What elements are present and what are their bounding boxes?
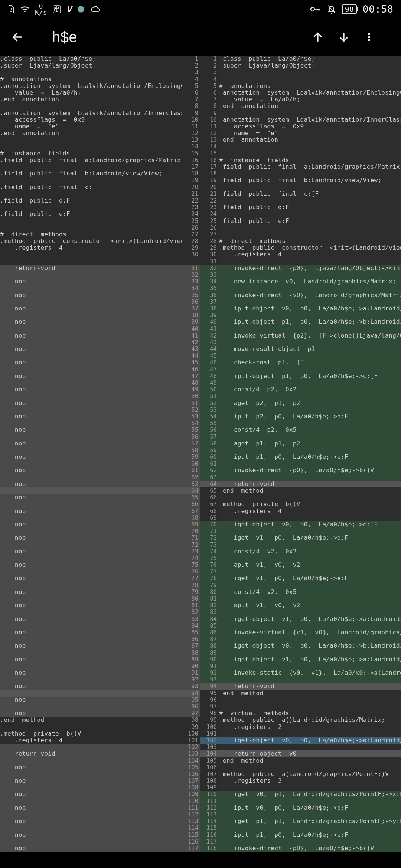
code-line[interactable]: # direct methods — [219, 238, 401, 244]
code-line[interactable]: iget-object v1, p0, La/a0/h$e;->a:Landro… — [219, 656, 401, 663]
code-line[interactable]: nop — [0, 481, 182, 487]
code-line[interactable]: .method public a(Landroid/graphics/Point… — [219, 771, 401, 777]
back-button[interactable] — [11, 31, 37, 43]
code-line[interactable]: .end method — [0, 717, 182, 723]
code-line[interactable]: nop — [0, 454, 182, 460]
code-line[interactable]: .field public e:F — [0, 211, 182, 217]
code-line[interactable] — [0, 177, 182, 184]
code-line[interactable] — [219, 143, 401, 150]
code-line[interactable]: .field public final b:Landroid/view/View… — [0, 170, 182, 177]
code-line[interactable] — [219, 460, 401, 467]
code-line[interactable]: nop — [0, 764, 182, 771]
code-line[interactable] — [219, 197, 401, 204]
code-line[interactable]: .method private b()V — [219, 501, 401, 507]
code-line[interactable]: iput-object p1, p0, La/a0/h$e;->b:Landro… — [219, 319, 401, 325]
code-line[interactable]: iput p1, p0, La/a0/h$e;->e:F — [219, 454, 401, 460]
code-line[interactable] — [219, 542, 401, 548]
code-line[interactable]: const/4 p2, 0x5 — [219, 427, 401, 433]
code-line[interactable]: .end annotation — [219, 103, 401, 109]
code-line[interactable]: nop — [0, 494, 182, 501]
code-line[interactable] — [219, 494, 401, 501]
code-line[interactable] — [0, 474, 182, 481]
code-line[interactable] — [0, 650, 182, 656]
code-line[interactable]: .registers 4 — [0, 737, 182, 744]
code-line[interactable]: return-void — [219, 481, 401, 487]
code-line[interactable] — [0, 434, 182, 440]
code-line[interactable] — [0, 420, 182, 427]
code-line[interactable]: .annotation system Ldalvik/annotation/In… — [219, 116, 401, 123]
code-line[interactable]: accessFlags = 0x9 — [0, 116, 182, 123]
code-line[interactable]: invoke-direct {p0}, Ljava/lang/Object;->… — [219, 265, 401, 272]
code-line[interactable] — [219, 150, 401, 157]
code-line[interactable]: name = "e" — [219, 130, 401, 137]
code-line[interactable]: nop — [0, 373, 182, 379]
code-line[interactable] — [219, 420, 401, 427]
code-line[interactable]: iget v1, p0, La/a0/h$e;->e:F — [219, 575, 401, 582]
code-line[interactable]: check-cast p1, [F — [219, 359, 401, 366]
code-line[interactable] — [0, 191, 182, 197]
code-line[interactable]: .annotation system Ldalvik/annotation/In… — [0, 110, 182, 116]
code-line[interactable]: .field public final b:Landroid/view/View… — [219, 177, 401, 184]
code-line[interactable]: # instance fields — [219, 157, 401, 164]
code-line[interactable]: .end annotation — [219, 137, 401, 143]
code-line[interactable] — [0, 724, 182, 730]
code-line[interactable]: nop — [0, 697, 182, 703]
code-line[interactable]: nop — [0, 562, 182, 568]
code-line[interactable]: nop — [0, 616, 182, 622]
code-line[interactable] — [219, 272, 401, 278]
code-line[interactable]: nop — [0, 305, 182, 312]
code-line[interactable]: nop — [0, 832, 182, 838]
code-line[interactable]: .field public d:F — [0, 197, 182, 204]
code-line[interactable] — [219, 798, 401, 805]
code-line[interactable] — [219, 339, 401, 346]
code-line[interactable]: iput p2, p0, La/a0/h$e;->d:F — [219, 413, 401, 420]
code-line[interactable]: nop — [0, 845, 182, 852]
code-line[interactable]: nop — [0, 386, 182, 393]
code-line[interactable]: # instance fields — [0, 150, 182, 157]
code-line[interactable] — [219, 474, 401, 481]
code-line[interactable]: nop — [0, 292, 182, 299]
code-line[interactable]: nop — [0, 589, 182, 595]
code-line[interactable]: .method public constructor <init>(Landro… — [0, 238, 182, 244]
code-line[interactable] — [0, 609, 182, 615]
overflow-menu-button[interactable] — [364, 31, 390, 43]
code-line[interactable]: .registers 4 — [219, 508, 401, 514]
code-line[interactable]: .super Ljava/lang/Object; — [219, 62, 401, 69]
code-line[interactable] — [0, 487, 182, 494]
code-line[interactable]: nop — [0, 548, 182, 555]
code-line[interactable]: nop — [0, 818, 182, 825]
code-line[interactable]: nop — [0, 508, 182, 514]
code-line[interactable] — [219, 555, 401, 562]
code-line[interactable]: nop — [0, 521, 182, 528]
code-line[interactable]: aget p2, p1, p2 — [219, 400, 401, 407]
code-line[interactable] — [219, 825, 401, 831]
left-pane[interactable]: .class public La/a0/h$e;.super Ljava/lan… — [0, 56, 182, 852]
code-line[interactable] — [0, 393, 182, 400]
code-line[interactable]: iget v1, p0, La/a0/h$e;->d:F — [219, 535, 401, 541]
code-line[interactable]: # direct methods — [0, 231, 182, 238]
code-line[interactable] — [219, 231, 401, 238]
code-line[interactable]: nop — [0, 319, 182, 325]
code-line[interactable]: invoke-virtual {p2}, [F->clone()Ljava/la… — [219, 332, 401, 339]
code-line[interactable] — [219, 811, 401, 818]
prev-diff-button[interactable] — [312, 31, 338, 43]
code-line[interactable]: aget p1, p1, p2 — [219, 440, 401, 447]
code-line[interactable] — [0, 636, 182, 642]
code-line[interactable]: nop — [0, 359, 182, 366]
code-line[interactable] — [0, 838, 182, 845]
code-line[interactable] — [219, 366, 401, 373]
code-line[interactable]: .end method — [219, 487, 401, 494]
code-line[interactable]: iget-object v0, p0, La/a0/h$e;->b:Landro… — [219, 642, 401, 649]
code-line[interactable] — [0, 352, 182, 359]
code-line[interactable] — [219, 299, 401, 305]
code-line[interactable] — [219, 609, 401, 615]
code-line[interactable] — [0, 825, 182, 831]
code-line[interactable] — [219, 352, 401, 359]
code-line[interactable] — [0, 555, 182, 562]
code-line[interactable] — [0, 676, 182, 683]
code-line[interactable]: nop — [0, 710, 182, 717]
code-line[interactable] — [219, 434, 401, 440]
code-line[interactable] — [0, 366, 182, 373]
code-line[interactable] — [0, 143, 182, 150]
code-line[interactable] — [0, 407, 182, 413]
